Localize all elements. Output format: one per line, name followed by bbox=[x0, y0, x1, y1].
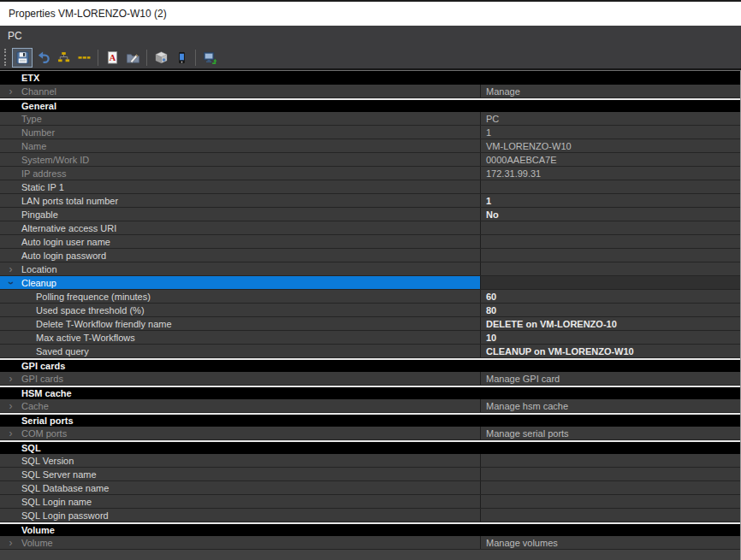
property-value-cell[interactable] bbox=[481, 221, 740, 234]
property-label: SQL Login name bbox=[21, 497, 92, 507]
property-row[interactable]: SQL Server name bbox=[0, 468, 740, 481]
collapse-all-button[interactable] bbox=[74, 48, 94, 68]
property-name-cell: SQL bbox=[0, 442, 481, 454]
property-value-cell[interactable]: PC bbox=[481, 112, 740, 125]
property-row[interactable]: Saved query CLEANUP on VM-LORENZO-W10 bbox=[0, 345, 740, 358]
property-row[interactable]: IP address 172.31.99.31 bbox=[0, 167, 740, 180]
category-row[interactable]: GPI cards bbox=[0, 358, 740, 372]
category-row[interactable]: General bbox=[0, 98, 740, 112]
property-name-cell: System/Work ID bbox=[0, 153, 481, 166]
property-row[interactable]: SQL Version bbox=[0, 454, 740, 468]
property-value-cell[interactable]: 80 bbox=[481, 304, 740, 316]
property-row[interactable]: Name VM-LORENZO-W10 bbox=[0, 139, 740, 153]
property-label: Number bbox=[21, 127, 55, 138]
device-button[interactable] bbox=[171, 48, 192, 68]
property-value-cell[interactable] bbox=[481, 276, 740, 289]
property-value-cell[interactable]: Manage GPI card bbox=[481, 372, 740, 385]
property-name-cell: SQL Database name bbox=[0, 481, 481, 494]
edit-folder-button[interactable] bbox=[122, 48, 143, 68]
property-row[interactable]: › Channel Manage bbox=[0, 85, 740, 98]
expand-all-button[interactable] bbox=[53, 48, 74, 68]
package-button[interactable] bbox=[151, 48, 171, 68]
font-document-button[interactable]: A bbox=[102, 48, 122, 68]
remote-computer-button[interactable] bbox=[199, 48, 220, 68]
toolbar-separator bbox=[146, 50, 147, 66]
property-value-cell[interactable]: 1 bbox=[481, 126, 740, 139]
property-row[interactable]: Auto login password bbox=[0, 249, 740, 262]
expand-chevron-icon[interactable]: › bbox=[6, 276, 16, 289]
property-row[interactable]: › Cache Manage hsm cache bbox=[0, 399, 740, 413]
property-name-cell: › GPI cards bbox=[0, 372, 481, 385]
property-value-cell[interactable]: 172.31.99.31 bbox=[481, 167, 740, 180]
property-value-cell[interactable] bbox=[481, 468, 740, 480]
property-value-cell[interactable]: CLEANUP on VM-LORENZO-W10 bbox=[481, 345, 740, 357]
property-row[interactable]: Delete T-Workflow friendly name DELETE o… bbox=[0, 317, 740, 331]
property-row[interactable]: Polling frequence (minutes) 60 bbox=[0, 290, 740, 304]
property-row[interactable]: › GPI cards Manage GPI card bbox=[0, 372, 740, 386]
property-value-cell[interactable]: Manage bbox=[481, 85, 740, 97]
property-value-cell[interactable]: VM-LORENZO-W10 bbox=[481, 139, 740, 152]
property-value-cell[interactable]: Manage volumes bbox=[481, 536, 740, 549]
property-row[interactable]: SQL Database name bbox=[0, 481, 740, 495]
property-row[interactable]: SQL Login name bbox=[0, 495, 740, 509]
property-label: COM ports bbox=[21, 428, 67, 439]
property-value-cell[interactable] bbox=[481, 495, 740, 508]
property-name-cell: Saved query bbox=[0, 345, 481, 357]
property-value-cell[interactable]: 0000AAEBCA7E bbox=[481, 153, 740, 166]
property-row[interactable]: Type PC bbox=[0, 112, 740, 126]
property-value-cell[interactable] bbox=[481, 249, 740, 262]
expand-chevron-icon[interactable]: › bbox=[3, 264, 18, 274]
undo-button[interactable] bbox=[33, 48, 53, 68]
property-value-cell[interactable] bbox=[481, 481, 740, 494]
category-row[interactable]: HSM cache bbox=[0, 386, 740, 399]
property-row[interactable]: Static IP 1 bbox=[0, 180, 740, 194]
property-value-cell[interactable] bbox=[481, 454, 740, 467]
property-label: Alternative access URI bbox=[21, 223, 116, 233]
property-row[interactable]: › Volume Manage volumes bbox=[0, 536, 740, 550]
collapse-all-icon bbox=[77, 50, 92, 65]
property-row[interactable]: LAN ports total number 1 bbox=[0, 194, 740, 208]
property-row[interactable]: Auto login user name bbox=[0, 235, 740, 249]
property-row[interactable]: › Cleanup bbox=[0, 276, 740, 290]
property-value-cell[interactable] bbox=[481, 235, 740, 248]
property-value: 0000AAEBCA7E bbox=[486, 155, 557, 165]
category-row[interactable]: SQL bbox=[0, 440, 740, 454]
property-value-cell[interactable] bbox=[481, 509, 740, 522]
property-value-cell[interactable]: 10 bbox=[481, 331, 740, 344]
property-name-cell: › Channel bbox=[0, 85, 481, 97]
expand-chevron-icon[interactable]: › bbox=[3, 374, 18, 384]
property-value-cell[interactable]: 1 bbox=[481, 194, 740, 207]
property-label: Delete T-Workflow friendly name bbox=[36, 319, 172, 329]
property-value-cell[interactable] bbox=[481, 262, 740, 275]
property-value-cell[interactable]: Manage hsm cache bbox=[481, 399, 740, 412]
property-row[interactable]: Used space threshold (%) 80 bbox=[0, 304, 740, 317]
property-row[interactable]: › COM ports Manage serial ports bbox=[0, 427, 740, 440]
property-row[interactable]: System/Work ID 0000AAEBCA7E bbox=[0, 153, 740, 167]
property-row[interactable]: Max active T-Workflows 10 bbox=[0, 331, 740, 345]
property-value-cell[interactable]: 60 bbox=[481, 290, 740, 303]
property-row[interactable]: Alternative access URI bbox=[0, 221, 740, 235]
property-row[interactable]: Pingable No bbox=[0, 208, 740, 221]
category-row[interactable]: ETX bbox=[0, 71, 740, 85]
property-name-cell: General bbox=[0, 100, 481, 112]
property-row[interactable]: SQL Login password bbox=[0, 509, 740, 522]
property-label: GPI cards bbox=[21, 374, 63, 384]
expand-chevron-icon[interactable]: › bbox=[3, 538, 18, 548]
property-value-cell[interactable] bbox=[481, 180, 740, 193]
save-button[interactable] bbox=[12, 48, 33, 68]
property-row[interactable]: Number 1 bbox=[0, 126, 740, 139]
property-label: Auto login user name bbox=[21, 237, 110, 247]
expand-chevron-icon[interactable]: › bbox=[3, 86, 18, 97]
category-row[interactable]: Serial ports bbox=[0, 413, 740, 427]
category-row[interactable]: Volume bbox=[0, 522, 740, 536]
property-value-cell[interactable]: DELETE on VM-LORENZO-10 bbox=[481, 317, 740, 330]
property-name-cell: SQL Login password bbox=[0, 509, 481, 522]
property-value-cell[interactable]: No bbox=[481, 208, 740, 221]
expand-chevron-icon[interactable]: › bbox=[3, 428, 18, 439]
property-value-cell[interactable]: Manage serial ports bbox=[481, 427, 740, 439]
toolbar-grip[interactable] bbox=[4, 49, 9, 66]
expand-chevron-icon[interactable]: › bbox=[3, 401, 18, 411]
property-row[interactable]: › Location bbox=[0, 262, 740, 276]
property-value: VM-LORENZO-W10 bbox=[486, 141, 572, 151]
property-name-cell: Used space threshold (%) bbox=[0, 304, 481, 316]
